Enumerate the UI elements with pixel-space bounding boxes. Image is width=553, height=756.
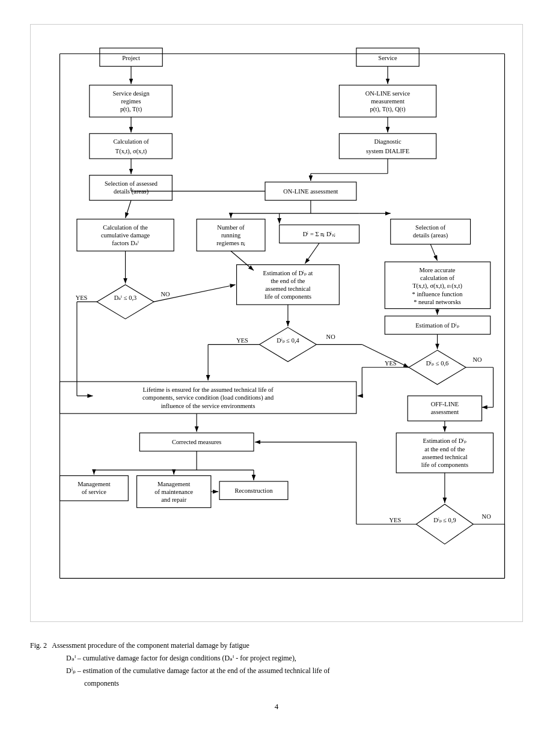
service-design-label3: p(t), T(t) xyxy=(120,106,142,113)
selection-assessed-label1: Selection of assessed xyxy=(105,180,158,187)
offline-assessment-label1: OFF-LINE xyxy=(431,401,459,407)
lifetime-label3: influence of the service environments xyxy=(161,403,255,409)
diamond-dfp09-label: Dⁱₚ ≤ 0,9 xyxy=(433,517,456,523)
estimation-dfp3-label2: at the end of the xyxy=(424,446,465,453)
diamond-dfp06-box xyxy=(409,350,466,385)
no-dfp04-label: NO xyxy=(326,334,336,340)
online-service-label1: ON-LINE service xyxy=(365,90,411,97)
mgmt-maintenance-label1: Management xyxy=(157,481,191,487)
mgmt-service-label1: Management xyxy=(78,481,111,487)
caption-fig: Fig. 2 Assessment procedure of the compo… xyxy=(30,640,523,651)
lifetime-label2: components, service condition (load cond… xyxy=(142,394,274,401)
selection-details-label1: Selection of xyxy=(415,224,446,231)
calc-label1: Calculation of xyxy=(113,138,149,145)
estimation-dfp1-label1: Estimation of Dⁱₚ at xyxy=(263,270,313,276)
mgmt-service-label2: of service xyxy=(82,489,106,495)
arrow-sel-calc-cumul xyxy=(126,200,131,218)
estimation-dfp2-label: Estimation of Dⁱₚ xyxy=(415,322,459,329)
fig-label: Fig. 2 xyxy=(30,641,47,650)
diagnostic-label1: Diagnostic xyxy=(374,138,402,145)
no-d1-label: NO xyxy=(160,291,170,297)
diamond-dfp04-box xyxy=(260,328,317,362)
diamond-dfp04-label: Dⁱₚ ≤ 0,4 xyxy=(276,337,299,344)
page-number: 4 xyxy=(30,702,523,712)
number-running-label3: regiemes nⱼ xyxy=(216,240,245,246)
estimation-dfp3-label4: life of components xyxy=(421,462,468,468)
more-accurate-label4: * influence function xyxy=(412,291,463,297)
online-assessment-label: ON-LINE assessment xyxy=(283,188,338,195)
estimation-dfp1-label2: the end of the xyxy=(270,278,305,284)
page: Project Service Service design regimes p… xyxy=(18,0,535,736)
offline-assessment-label2: assessment xyxy=(431,409,459,415)
calc-box xyxy=(90,133,173,159)
number-running-label1: Number of xyxy=(217,224,245,231)
estimation-dfp1-label4: life of components xyxy=(264,293,311,300)
calc-cumulative-label2: cumulative damage xyxy=(101,232,150,239)
online-service-label2: measurement xyxy=(371,98,405,105)
caption-line1: Dₐᴵ – cumulative damage factor for desig… xyxy=(30,653,523,664)
arrow-seldetails-moreaccurate xyxy=(430,244,437,261)
corrected-measures-label: Corrected measures xyxy=(172,439,221,445)
more-accurate-label5: * neural networsks xyxy=(414,299,461,305)
number-running-label2: running xyxy=(221,232,241,239)
no-dfp09-label: NO xyxy=(482,513,492,520)
more-accurate-label2: calculation of xyxy=(420,275,455,281)
diamond-dfp09-box xyxy=(416,504,473,544)
diagnostic-box xyxy=(339,133,436,159)
yes-dfp06-label: YES xyxy=(385,360,397,367)
online-service-label3: p(t), T(t), Q(t) xyxy=(370,106,406,113)
lifetime-label1: Lifetime is ensured for the assumed tech… xyxy=(143,386,274,393)
page-number-value: 4 xyxy=(275,702,279,711)
calc-label2: T(x,t), σ(x,t) xyxy=(115,148,147,155)
reconstruction-label: Reconstruction xyxy=(234,487,273,494)
estimation-dfp3-label1: Estimation of Dⁱₚ xyxy=(423,437,467,444)
estimation-dfp1-label3: assemed technical xyxy=(265,285,311,292)
estimation-dfp3-label3: assemed technical xyxy=(422,454,468,460)
diagnostic-label2: system DIALIFE xyxy=(366,148,409,154)
service-design-label1: Service design xyxy=(113,90,150,97)
diagram-container: Project Service Service design regimes p… xyxy=(30,24,523,622)
more-accurate-label3: T(x,t), σ(x,t), εₜ(x,t) xyxy=(412,282,462,290)
flowchart-svg: Project Service Service design regimes p… xyxy=(43,37,510,607)
diamond-dfd-box xyxy=(97,285,154,319)
yes-dfp04-label: YES xyxy=(236,337,248,344)
service-label: Service xyxy=(378,55,397,61)
arrow-df-est xyxy=(305,243,319,263)
caption-line3: components xyxy=(30,678,523,689)
mgmt-maintenance-label3: and repair xyxy=(161,496,186,503)
yes-dfp09-label: YES xyxy=(389,517,401,523)
calc-cumulative-label1: Calculation of the xyxy=(103,224,148,231)
mgmt-maintenance-label2: of maintenance xyxy=(154,489,193,495)
diamond-dfd-label: Dₐᴵ ≤ 0,3 xyxy=(114,294,136,301)
diamond-dfp06-label: Dⁱₚ ≤ 0,6 xyxy=(426,360,448,367)
fig-text: Assessment procedure of the component ma… xyxy=(52,641,249,650)
yes-d1-label: YES xyxy=(76,294,88,301)
project-label: Project xyxy=(122,55,140,61)
df-formula-label: Dⁱ = Σ nⱼ Dⁱᵧⱼ xyxy=(303,231,336,237)
more-accurate-label1: More accurate xyxy=(420,267,456,273)
no-dfp06-label: NO xyxy=(472,356,482,363)
calc-cumulative-label3: factors Dₐᴵ xyxy=(112,240,138,246)
caption: Fig. 2 Assessment procedure of the compo… xyxy=(30,640,523,690)
selection-details-label2: details (areas) xyxy=(413,232,448,239)
service-design-label2: regimes xyxy=(121,98,141,105)
caption-line2: Dⁱₚ – estimation of the cumulative damag… xyxy=(30,665,523,677)
